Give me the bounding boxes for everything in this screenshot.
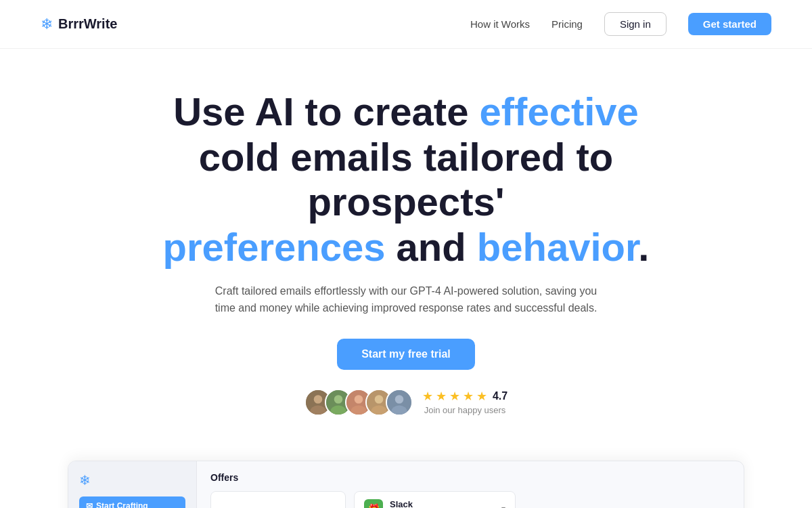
signin-button[interactable]: Sign in xyxy=(604,12,667,36)
hero-title-part3: and xyxy=(385,225,476,269)
hero-title-highlight1: effective xyxy=(480,89,639,133)
hero-title: Use AI to create effective cold emails t… xyxy=(135,89,677,270)
stars-row: ★ ★ ★ ★ ★ 4.7 xyxy=(422,389,508,404)
hero-title-highlight3: behavior xyxy=(477,225,639,269)
logo-snowflake-icon: ❄ xyxy=(41,16,53,33)
social-proof: ★ ★ ★ ★ ★ 4.7 Join our happy users xyxy=(14,389,798,416)
hero-title-part2: cold emails tailored to prospects' xyxy=(199,135,613,224)
svg-point-7 xyxy=(355,395,363,404)
star-icon: ★ xyxy=(422,389,433,404)
start-crafting-label: Start Crafting xyxy=(96,501,148,508)
star-icon: ★ xyxy=(449,389,460,404)
offers-title: Offers xyxy=(210,472,730,483)
hero-subtitle: Craft tailored emails effortlessly with … xyxy=(210,282,602,317)
svg-point-1 xyxy=(314,395,323,404)
logo: ❄ BrrrWrite xyxy=(41,16,117,33)
sidebar-snowflake-icon: ❄ xyxy=(79,472,185,488)
rating-label: Join our happy users xyxy=(422,405,508,415)
start-trial-button[interactable]: Start my free trial xyxy=(337,339,475,370)
hero-title-part4: . xyxy=(638,225,649,269)
hero-title-part1: Use AI to create xyxy=(173,89,479,133)
start-crafting-button[interactable]: ✉ Start Crafting xyxy=(79,496,185,508)
rating-section: ★ ★ ★ ★ ★ 4.7 Join our happy users xyxy=(422,389,508,415)
preview-sidebar: ❄ ✉ Start Crafting xyxy=(68,461,197,508)
nav-how-it-works[interactable]: How it Works xyxy=(470,18,530,30)
bottom-preview: ❄ ✉ Start Crafting Offers 🎁 Slack Slack … xyxy=(0,461,812,508)
slack-card: 🎁 Slack Slack is a cloud-based team c...… xyxy=(354,491,516,508)
avatar-group xyxy=(304,389,413,416)
hero-section: Use AI to create effective cold emails t… xyxy=(0,49,812,461)
slack-name: Slack xyxy=(390,499,495,508)
svg-point-4 xyxy=(334,395,343,404)
navbar: ❄ BrrrWrite How it Works Pricing Sign in… xyxy=(0,0,812,49)
star-icon: ★ xyxy=(463,389,474,404)
nav-links: How it Works Pricing Sign in Get started xyxy=(470,12,771,36)
star-icon: ★ xyxy=(476,389,487,404)
slack-icon: 🎁 xyxy=(364,499,383,508)
slack-info: Slack Slack is a cloud-based team c... xyxy=(390,499,495,508)
get-started-button[interactable]: Get started xyxy=(688,13,771,35)
preview-main: Offers 🎁 Slack Slack is a cloud-based te… xyxy=(197,461,744,508)
logo-text: BrrrWrite xyxy=(58,16,117,32)
hero-title-highlight2: preferences xyxy=(163,225,386,269)
svg-point-10 xyxy=(375,395,384,404)
svg-point-13 xyxy=(395,395,404,404)
offers-input-box[interactable] xyxy=(210,491,346,508)
star-icon: ★ xyxy=(436,389,447,404)
chevron-down-icon: ▾ xyxy=(501,504,505,508)
nav-pricing[interactable]: Pricing xyxy=(551,18,583,30)
envelope-icon: ✉ xyxy=(86,501,93,508)
offers-row: 🎁 Slack Slack is a cloud-based team c...… xyxy=(210,491,730,508)
avatar xyxy=(386,389,413,416)
rating-number: 4.7 xyxy=(493,390,508,402)
preview-card: ❄ ✉ Start Crafting Offers 🎁 Slack Slack … xyxy=(68,461,744,508)
